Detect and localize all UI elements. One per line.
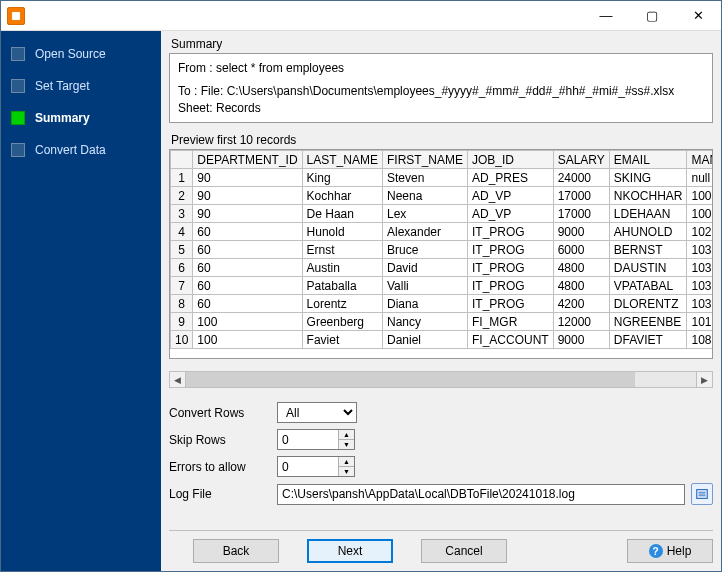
next-button[interactable]: Next: [307, 539, 393, 563]
cancel-button[interactable]: Cancel: [421, 539, 507, 563]
folder-icon: [695, 487, 709, 501]
col-header[interactable]: FIRST_NAME: [382, 151, 467, 169]
spinner-up-icon[interactable]: ▲: [339, 457, 354, 467]
cell: De Haan: [302, 205, 382, 223]
cell: 4200: [553, 295, 609, 313]
cell: Nancy: [382, 313, 467, 331]
app-icon: [7, 7, 25, 25]
cell: IT_PROG: [467, 295, 553, 313]
table-row[interactable]: 290KochharNeenaAD_VP17000NKOCHHAR100: [171, 187, 714, 205]
horizontal-scrollbar[interactable]: ◀ ▶: [169, 371, 713, 388]
step-summary[interactable]: Summary: [1, 107, 161, 129]
cell: 60: [193, 259, 302, 277]
col-header[interactable]: LAST_NAME: [302, 151, 382, 169]
scroll-right-icon[interactable]: ▶: [696, 371, 713, 388]
cell: 9000: [553, 331, 609, 349]
step-set-target[interactable]: Set Target: [1, 75, 161, 97]
cell: Neena: [382, 187, 467, 205]
cell: IT_PROG: [467, 241, 553, 259]
cell: 60: [193, 277, 302, 295]
table-row[interactable]: 560ErnstBruceIT_PROG6000BERNST103: [171, 241, 714, 259]
col-header[interactable]: DEPARTMENT_ID: [193, 151, 302, 169]
cell: DFAVIET: [609, 331, 687, 349]
scroll-thumb[interactable]: [186, 372, 635, 387]
cell: Bruce: [382, 241, 467, 259]
log-file-input[interactable]: [277, 484, 685, 505]
col-header[interactable]: SALARY: [553, 151, 609, 169]
step-convert-data[interactable]: Convert Data: [1, 139, 161, 161]
step-label: Summary: [35, 111, 90, 125]
cell: AD_VP: [467, 187, 553, 205]
table-row[interactable]: 390De HaanLexAD_VP17000LDEHAAN100: [171, 205, 714, 223]
table-row[interactable]: 460HunoldAlexanderIT_PROG9000AHUNOLD102: [171, 223, 714, 241]
cell: 100: [193, 331, 302, 349]
cell: Faviet: [302, 331, 382, 349]
cell: Valli: [382, 277, 467, 295]
rownum-header: [171, 151, 193, 169]
help-button[interactable]: ? Help: [627, 539, 713, 563]
col-header[interactable]: JOB_ID: [467, 151, 553, 169]
spinner-up-icon[interactable]: ▲: [339, 430, 354, 440]
preview-title: Preview first 10 records: [171, 133, 713, 147]
table-row[interactable]: 760PataballaValliIT_PROG4800VPATABAL103: [171, 277, 714, 295]
cell: 101: [687, 313, 713, 331]
rownum-cell: 1: [171, 169, 193, 187]
rownum-cell: 2: [171, 187, 193, 205]
skip-rows-input[interactable]: [278, 430, 338, 449]
cell: Pataballa: [302, 277, 382, 295]
cell: Kochhar: [302, 187, 382, 205]
spinner-down-icon[interactable]: ▼: [339, 467, 354, 476]
maximize-button[interactable]: ▢: [629, 1, 675, 31]
spinner-down-icon[interactable]: ▼: [339, 440, 354, 449]
summary-box: From : select * from employees To : File…: [169, 53, 713, 123]
rownum-cell: 3: [171, 205, 193, 223]
cell: 9000: [553, 223, 609, 241]
cell: Ernst: [302, 241, 382, 259]
cell: IT_PROG: [467, 259, 553, 277]
table-row[interactable]: 860LorentzDianaIT_PROG4200DLORENTZ103: [171, 295, 714, 313]
cell: Lorentz: [302, 295, 382, 313]
log-file-label: Log File: [169, 487, 277, 501]
step-label: Set Target: [35, 79, 89, 93]
help-icon: ?: [649, 544, 663, 558]
table-row[interactable]: 190KingStevenAD_PRES24000SKINGnull: [171, 169, 714, 187]
table-row[interactable]: 9100GreenbergNancyFI_MGR12000NGREENBE101: [171, 313, 714, 331]
cell: 103: [687, 241, 713, 259]
preview-table: DEPARTMENT_ID LAST_NAME FIRST_NAME JOB_I…: [169, 149, 713, 359]
col-header[interactable]: EMAIL: [609, 151, 687, 169]
cell: 60: [193, 223, 302, 241]
table-row[interactable]: 660AustinDavidIT_PROG4800DAUSTIN103: [171, 259, 714, 277]
cell: IT_PROG: [467, 277, 553, 295]
cell: 90: [193, 187, 302, 205]
back-button[interactable]: Back: [193, 539, 279, 563]
step-label: Open Source: [35, 47, 106, 61]
cell: 24000: [553, 169, 609, 187]
cell: Greenberg: [302, 313, 382, 331]
cell: AD_PRES: [467, 169, 553, 187]
cell: 90: [193, 205, 302, 223]
header-row: DEPARTMENT_ID LAST_NAME FIRST_NAME JOB_I…: [171, 151, 714, 169]
skip-rows-label: Skip Rows: [169, 433, 277, 447]
close-button[interactable]: ✕: [675, 1, 721, 31]
convert-rows-select[interactable]: All: [277, 402, 357, 423]
table-row[interactable]: 10100FavietDanielFI_ACCOUNT9000DFAVIET10…: [171, 331, 714, 349]
skip-rows-spinner[interactable]: ▲ ▼: [277, 429, 355, 450]
body: Open Source Set Target Summary Convert D…: [1, 31, 721, 571]
summary-to: To : File: C:\Users\pansh\Documents\empl…: [178, 83, 704, 117]
scroll-left-icon[interactable]: ◀: [169, 371, 186, 388]
errors-spinner[interactable]: ▲ ▼: [277, 456, 355, 477]
browse-log-button[interactable]: [691, 483, 713, 505]
minimize-button[interactable]: —: [583, 1, 629, 31]
step-open-source[interactable]: Open Source: [1, 43, 161, 65]
errors-input[interactable]: [278, 457, 338, 476]
col-header[interactable]: MANAG: [687, 151, 713, 169]
step-box-icon: [11, 111, 25, 125]
summary-from: From : select * from employees: [178, 60, 704, 77]
cell: 60: [193, 295, 302, 313]
cell: Austin: [302, 259, 382, 277]
cell: null: [687, 169, 713, 187]
scroll-track[interactable]: [186, 371, 696, 388]
cell: 60: [193, 241, 302, 259]
cell: 4800: [553, 277, 609, 295]
cell: FI_ACCOUNT: [467, 331, 553, 349]
